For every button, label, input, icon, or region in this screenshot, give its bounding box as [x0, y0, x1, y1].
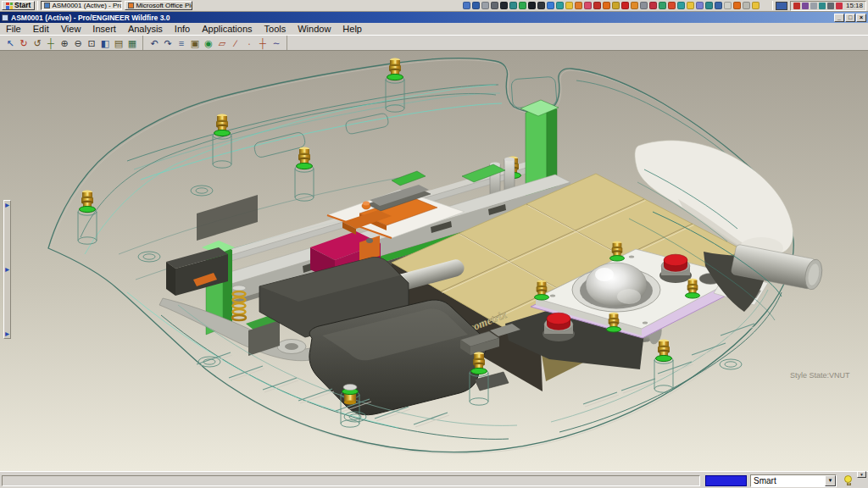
- datum-plane-icon[interactable]: ▱: [215, 36, 229, 50]
- taskbar-window-proe[interactable]: ASM0001 (Active) - Pro...: [41, 1, 122, 10]
- menu-item[interactable]: Info: [169, 24, 196, 35]
- close-button[interactable]: ×: [856, 14, 866, 22]
- 3d-viewport[interactable]: Accometrix: [0, 51, 868, 471]
- reorient-view-icon[interactable]: ↺: [31, 36, 44, 50]
- quicklaunch-icon[interactable]: [724, 2, 732, 9]
- toolbar-glyph: ▦: [128, 36, 136, 50]
- menu-item[interactable]: Edit: [27, 24, 55, 35]
- quicklaunch-icon[interactable]: [696, 2, 704, 9]
- quicklaunch-icon[interactable]: [612, 2, 620, 9]
- quicklaunch-icon[interactable]: [519, 2, 526, 9]
- quicklaunch-icon[interactable]: [743, 2, 750, 9]
- menu-item[interactable]: View: [55, 24, 87, 35]
- minimize-button[interactable]: _: [834, 14, 844, 22]
- undo-icon[interactable]: ↶: [147, 36, 161, 50]
- lightbulb-icon[interactable]: [844, 475, 853, 486]
- taskbar-window-label: ASM0001 (Active) - Pro...: [52, 2, 122, 9]
- quicklaunch-icon[interactable]: [509, 2, 517, 9]
- pan-icon[interactable]: ┼: [44, 36, 58, 50]
- quicklaunch-icon[interactable]: [631, 2, 638, 9]
- datum-point-icon[interactable]: ∙: [242, 36, 256, 50]
- sash-arrow-icon[interactable]: ▶: [5, 331, 9, 336]
- quicklaunch-icon[interactable]: [649, 2, 657, 9]
- coordinate-system-icon[interactable]: ┼: [256, 36, 270, 50]
- quicklaunch-icon[interactable]: [547, 2, 554, 9]
- redo-icon[interactable]: ↷: [161, 36, 175, 50]
- tray-status-icon[interactable]: [810, 3, 817, 9]
- quicklaunch-icon[interactable]: [575, 2, 582, 9]
- zoom-in-icon[interactable]: ⊕: [58, 36, 71, 50]
- toolbar-glyph: ↻: [19, 36, 27, 50]
- quicklaunch-icon[interactable]: [556, 2, 564, 9]
- quicklaunch-icon[interactable]: [603, 2, 610, 9]
- navigator-sash[interactable]: ▶ ▶ ▶: [3, 200, 11, 339]
- red-button-left: [542, 313, 575, 341]
- quicklaunch-icon[interactable]: [752, 2, 760, 9]
- quicklaunch-icon[interactable]: [481, 2, 489, 9]
- quicklaunch-icon[interactable]: [715, 2, 722, 9]
- message-log-scroll-button[interactable]: ▼: [857, 471, 866, 478]
- start-button[interactable]: Start: [2, 1, 35, 10]
- menu-item[interactable]: Window: [292, 24, 337, 35]
- quicklaunch-icon[interactable]: [593, 2, 601, 9]
- selection-filter-combo[interactable]: Smart ▼: [750, 474, 837, 487]
- toolbar-glyph: ↷: [164, 36, 171, 50]
- clock: 15:18: [844, 2, 863, 9]
- menu-item[interactable]: File: [0, 24, 27, 35]
- menu-item[interactable]: Insert: [86, 24, 122, 35]
- restore-button[interactable]: □: [845, 14, 855, 22]
- quicklaunch-icon[interactable]: [687, 2, 694, 9]
- quicklaunch-icon[interactable]: [705, 2, 713, 9]
- quicklaunch-icon[interactable]: [640, 2, 648, 9]
- quicklaunch-icon[interactable]: [584, 2, 592, 9]
- spin-center-icon[interactable]: ↻: [17, 36, 31, 50]
- quicklaunch-icon[interactable]: [668, 2, 676, 9]
- quicklaunch-icon[interactable]: [659, 2, 666, 9]
- quicklaunch-icon[interactable]: [463, 2, 470, 9]
- statusbar: ▼ Smart ▼: [0, 471, 868, 488]
- titlebar[interactable]: ASM0001 (Active) - Pro/ENGINEER Wildfire…: [0, 12, 868, 23]
- quicklaunch-icon[interactable]: [472, 2, 480, 9]
- web-browser-icon[interactable]: ◉: [202, 36, 215, 50]
- tray-status-icon[interactable]: [819, 3, 826, 9]
- saved-views-icon[interactable]: ◧: [98, 36, 112, 50]
- layers-icon[interactable]: ▦: [125, 36, 139, 50]
- zoom-window-icon[interactable]: ⊡: [85, 36, 98, 50]
- tray-status-icon[interactable]: [802, 3, 809, 9]
- zoom-out-icon[interactable]: ⊖: [71, 36, 85, 50]
- quicklaunch-icon[interactable]: [528, 2, 536, 9]
- tray-status-icon[interactable]: [793, 3, 800, 9]
- menu-item[interactable]: Tools: [259, 24, 292, 35]
- sash-arrow-icon[interactable]: ▶: [5, 202, 9, 208]
- quicklaunch-icon[interactable]: [565, 2, 573, 9]
- menu-item[interactable]: Applications: [196, 24, 258, 35]
- toolbar-glyph: ∙: [248, 36, 250, 50]
- tray-status-icon[interactable]: [827, 3, 834, 9]
- quicklaunch-icon[interactable]: [733, 2, 741, 9]
- datum-axis-icon[interactable]: ∕: [229, 36, 242, 50]
- caption-buttons: _ □ ×: [833, 14, 866, 22]
- select-arrow-icon[interactable]: ↖: [3, 36, 17, 50]
- quicklaunch-icon[interactable]: [677, 2, 685, 9]
- taskbar-separator: [37, 1, 38, 10]
- view-manager-icon[interactable]: ▤: [112, 36, 125, 50]
- info-icon[interactable]: ▣: [188, 36, 202, 50]
- selection-filter-value: Smart: [751, 476, 825, 485]
- tray-status-icon[interactable]: [836, 3, 843, 9]
- message-area: [2, 475, 700, 486]
- menu-item[interactable]: Analysis: [122, 24, 169, 35]
- tray-window-icon[interactable]: [776, 2, 787, 10]
- chevron-down-icon[interactable]: ▼: [825, 475, 836, 486]
- quicklaunch-icon[interactable]: [537, 2, 545, 9]
- quicklaunch-icon[interactable]: [500, 2, 508, 9]
- quicklaunch-icon[interactable]: [491, 2, 498, 9]
- taskbar-window-picture-manager[interactable]: Microsoft Office Picture M...: [125, 1, 192, 10]
- toolbar-glyph: ⊕: [60, 36, 68, 50]
- sash-arrow-icon[interactable]: ▶: [5, 267, 9, 272]
- start-label: Start: [14, 2, 31, 9]
- sketch-curve-icon[interactable]: ∼: [270, 36, 283, 50]
- menu-item[interactable]: Help: [337, 24, 368, 35]
- model-tree-icon[interactable]: ≡: [175, 36, 188, 50]
- gold-spring: [232, 291, 246, 320]
- quicklaunch-icon[interactable]: [621, 2, 629, 9]
